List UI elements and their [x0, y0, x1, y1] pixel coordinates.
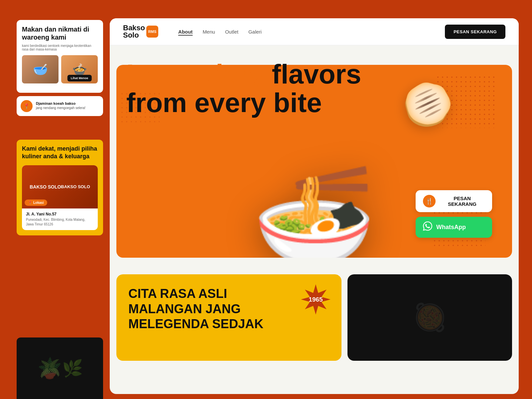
- nav-outlet[interactable]: Outlet: [225, 29, 238, 35]
- plant-decoration: 🌿: [62, 359, 83, 378]
- nav-menu[interactable]: Menu: [202, 29, 215, 35]
- outlet-street: Jl. A. Yani No.57: [26, 212, 94, 216]
- lokasi-icon: 📍: [28, 201, 32, 204]
- logo-wordmark: Bakso Solo: [123, 24, 145, 39]
- year-badge: 1965: [300, 284, 332, 315]
- navbar-pesan-button[interactable]: PESAN SEKARANG: [445, 25, 505, 39]
- food-bowl-image: 🍜: [208, 168, 421, 258]
- yellow-section: Kami dekat, menjadi piliha kuliner anda …: [17, 140, 103, 235]
- outlet-info: Jl. A. Yani No.57 Purwodadi, Kec. Blimbi…: [22, 208, 98, 230]
- hero-headline-black: flavors: [264, 59, 361, 89]
- outlet-address: Purwodadi, Kec. Blimbing, Kota Malang, J…: [26, 217, 94, 227]
- left-hero-title: Makan dan nikmati di waroeng kami: [22, 25, 98, 41]
- pesan-sekarang-button[interactable]: 🍴 PESAN SEKARANG: [416, 190, 492, 212]
- bottom-title-line3: MELEGENDA SEDJAK: [128, 317, 263, 331]
- hero-action-buttons: 🍴 PESAN SEKARANG WhatsApp: [416, 190, 492, 238]
- hero-section: Legendary flavors from every bite 🍜 🫓: [110, 45, 519, 271]
- guarantee-desc: jang nendang mengoegah selera!: [36, 106, 85, 110]
- left-top-card: Makan dan nikmati di waroeng kami kami b…: [17, 20, 103, 93]
- black-bottom-card: 🥘: [347, 274, 512, 361]
- left-lower-section: Kami dekat, menjadi piliha kuliner anda …: [17, 140, 103, 235]
- guarantee-badge: 📍 Djaminan koeah bakso jang nendang meng…: [17, 96, 103, 116]
- black-card-decoration: 🥘: [413, 302, 447, 333]
- logo-icon-box: RMS: [146, 26, 158, 38]
- yellow-bottom-card: CITA RASA ASLI MALANGAN JANG MELEGENDA S…: [116, 274, 341, 361]
- section-title: Kami dekat, menjadi piliha kuliner anda …: [22, 145, 98, 161]
- left-hero-subtitle: kami berdedikasi oentoek menjaga keotent…: [22, 44, 98, 51]
- nav-links: About Menu Outlet Galeri: [178, 29, 445, 35]
- bottom-title-line1: CITA RASA ASLI: [128, 287, 227, 301]
- outlet-image: BAKSO SOLO 📍 Lokasi: [22, 165, 98, 208]
- main-content-area: Bakso Solo RMS About Menu Outlet Galeri …: [110, 18, 519, 394]
- navbar: Bakso Solo RMS About Menu Outlet Galeri …: [110, 18, 519, 45]
- guarantee-title: Djaminan koeah bakso: [36, 101, 75, 105]
- logo-name2: Solo: [123, 32, 145, 39]
- year-text: 1965: [309, 296, 323, 303]
- bottom-cards-section: CITA RASA ASLI MALANGAN JANG MELEGENDA S…: [116, 274, 512, 361]
- whatsapp-button[interactable]: WhatsApp: [416, 217, 492, 238]
- bottom-title-line2: MALANGAN JANG: [128, 302, 241, 316]
- logo-rms: RMS: [148, 30, 156, 34]
- lihat-menu-button[interactable]: Lihat Menoe: [67, 75, 92, 81]
- whatsapp-label: WhatsApp: [436, 224, 466, 231]
- lokasi-badge: 📍 Lokasi: [25, 200, 47, 206]
- logo: Bakso Solo RMS: [123, 24, 158, 39]
- left-bottom-card: 🌿: [17, 337, 103, 399]
- whatsapp-icon: [423, 221, 432, 233]
- lokasi-label: Lokasi: [33, 201, 44, 204]
- food-image-1: 🥣: [22, 55, 59, 83]
- hero-text-overlay: Legendary flavors from every bite: [126, 60, 361, 117]
- hero-headline-orange: Legendary: [126, 59, 264, 89]
- guarantee-text: Djaminan koeah bakso jang nendang mengoe…: [36, 100, 85, 110]
- nav-about[interactable]: About: [178, 29, 193, 35]
- logo-name: Bakso: [123, 24, 145, 32]
- guarantee-icon: 📍: [21, 100, 33, 112]
- hero-headline-line2: from every bite: [126, 87, 322, 118]
- nav-galeri[interactable]: Galeri: [248, 29, 262, 35]
- food-image-2: 🍲 Lihat Menoe: [61, 55, 98, 83]
- outlet-card: BAKSO SOLO 📍 Lokasi Jl. A. Yani No.57 Pu…: [22, 165, 98, 230]
- outlet-store-name: BAKSO SOLO: [61, 184, 90, 189]
- pesan-label: PESAN SEKARANG: [440, 196, 485, 207]
- pesan-icon: 🍴: [423, 195, 436, 207]
